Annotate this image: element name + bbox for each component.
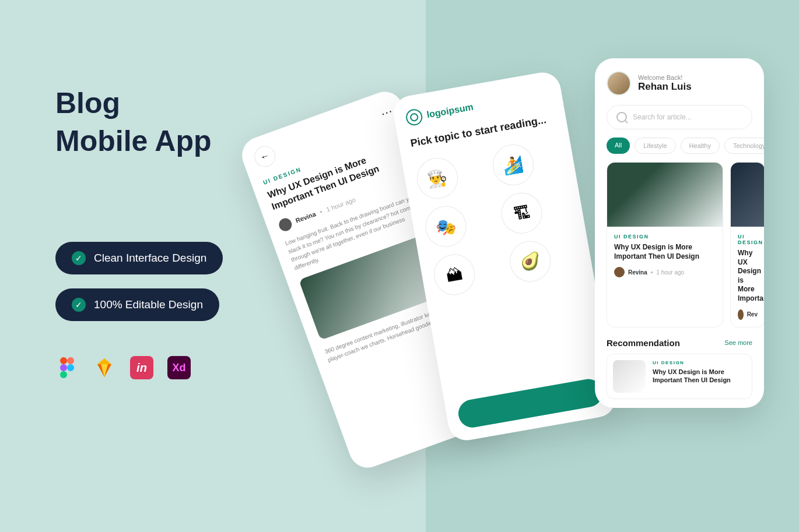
- dot: •: [318, 208, 323, 216]
- chip-technology[interactable]: Technology: [724, 138, 764, 154]
- phone-home: Welcome Back! Rehan Luis Search for arti…: [595, 58, 764, 408]
- topic-theater[interactable]: 🎭: [422, 203, 469, 251]
- see-more-link[interactable]: See more: [724, 339, 752, 346]
- search-input[interactable]: Search for article...: [607, 105, 752, 129]
- title-line2: Mobile App: [55, 125, 212, 157]
- card-title: Why UX Design is More Important Then UI …: [614, 243, 716, 261]
- search-icon: [616, 112, 627, 122]
- invision-icon: in: [130, 356, 153, 379]
- article-card[interactable]: UI DESIGN Why UX Design is More Importan…: [607, 162, 723, 327]
- svg-point-0: [60, 357, 67, 364]
- search-placeholder: Search for article...: [633, 113, 692, 121]
- figma-icon: [55, 356, 79, 379]
- card-avatar: [614, 267, 625, 277]
- recommendation-item[interactable]: UI DESIGN Why UX Design is More Importan…: [607, 354, 752, 399]
- card-avatar: [738, 309, 744, 320]
- check-icon: ✓: [72, 251, 86, 265]
- page-title: Blog Mobile App: [55, 84, 223, 160]
- home-header: Welcome Back! Rehan Luis: [595, 58, 764, 105]
- logo-icon: [405, 108, 423, 126]
- feature-pill-2: ✓ 100% Editable Design: [55, 288, 219, 321]
- category-chips: All Lifestyle Healthy Technology: [595, 138, 764, 162]
- xd-icon: Xd: [167, 356, 191, 379]
- welcome-text: Welcome Back!: [638, 74, 692, 81]
- card-title: Why UX Design is More Important: [738, 249, 758, 304]
- user-avatar[interactable]: [607, 71, 631, 96]
- feature-pill-1: ✓ Clean Interface Design: [55, 242, 223, 274]
- card-image: [731, 163, 764, 227]
- feature-text-1: Clean Interface Design: [94, 252, 206, 265]
- svg-point-3: [67, 364, 74, 371]
- dot: •: [651, 269, 653, 276]
- svg-point-1: [67, 357, 74, 364]
- topic-avocado[interactable]: 🥑: [507, 238, 554, 285]
- user-name: Rehan Luis: [638, 81, 692, 93]
- article-cards: UI DESIGN Why UX Design is More Importan…: [595, 162, 764, 327]
- article-timestamp: 1 hour ago: [325, 196, 357, 213]
- card-author-row: Revina • 1 hour ago: [614, 267, 716, 277]
- card-timestamp: 1 hour ago: [656, 269, 684, 276]
- author-avatar: [277, 216, 293, 232]
- feature-text-2: 100% Editable Design: [94, 298, 203, 311]
- back-button[interactable]: ←: [251, 143, 278, 170]
- reco-item-title: Why UX Design is More Important Then UI …: [653, 368, 746, 385]
- topic-mountain[interactable]: 🏔: [431, 251, 478, 298]
- chip-all[interactable]: All: [607, 138, 630, 154]
- card-author-row: Rev: [738, 309, 758, 320]
- svg-point-4: [60, 371, 67, 378]
- continue-button[interactable]: [456, 377, 605, 430]
- marketing-panel: Blog Mobile App ✓ Clean Interface Design…: [55, 84, 223, 379]
- sketch-icon: [93, 356, 116, 379]
- logo-text: logoipsum: [426, 102, 474, 121]
- recommendation-header: Recommendation See more: [595, 327, 764, 354]
- topic-surf[interactable]: 🏄: [489, 142, 537, 189]
- tool-icons-row: in Xd: [55, 356, 223, 379]
- reco-category: UI DESIGN: [653, 360, 746, 365]
- svg-point-2: [60, 364, 67, 371]
- topic-grid: 👨‍🍳 🏄 🎭 🏗 🏔 🥑: [402, 135, 593, 301]
- article-card[interactable]: UI DESIGN Why UX Design is More Importan…: [730, 162, 764, 327]
- more-icon[interactable]: ⋯: [379, 104, 394, 121]
- check-icon: ✓: [72, 298, 86, 312]
- card-category: UI DESIGN: [614, 234, 716, 239]
- chip-lifestyle[interactable]: Lifestyle: [635, 138, 675, 154]
- card-category: UI DESIGN: [738, 234, 758, 245]
- topic-building[interactable]: 🏗: [498, 190, 545, 237]
- chip-healthy[interactable]: Healthy: [681, 138, 720, 154]
- phone-mockups: ← ⋯ UI DESIGN Why UX Design is More Impo…: [286, 58, 764, 501]
- topic-chef[interactable]: 👨‍🍳: [413, 155, 461, 202]
- card-author-name: Rev: [747, 311, 758, 318]
- card-author-name: Revina: [628, 269, 647, 276]
- author-name: Revina: [295, 210, 317, 224]
- title-line1: Blog: [55, 87, 120, 119]
- recommendation-title: Recommendation: [607, 338, 680, 348]
- card-image: [607, 163, 723, 227]
- reco-image: [613, 360, 646, 393]
